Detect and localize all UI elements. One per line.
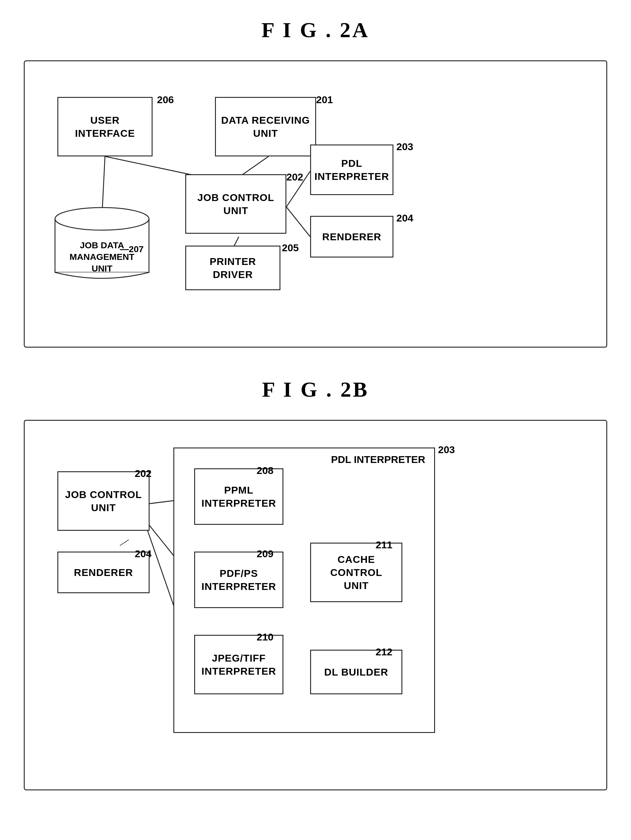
pdfps-interpreter-ref: 209	[257, 548, 274, 560]
fig2a-title: F I G . 2A	[24, 18, 607, 43]
data-receiving-box: DATA RECEIVING UNIT	[215, 97, 316, 156]
pdl-interpreter-outer-ref: 203	[438, 444, 455, 456]
ppml-interpreter-ref: 208	[257, 465, 274, 476]
renderer-ref-2b: 204	[135, 548, 151, 560]
pdfps-interpreter-box: PDF/PS INTERPRETER	[194, 551, 283, 608]
job-control-box-2b: JOB CONTROL UNIT	[57, 471, 150, 531]
fig2b-title: F I G . 2B	[24, 377, 607, 402]
renderer-ref: 204	[396, 212, 413, 224]
ppml-interpreter-box: PPML INTERPRETER	[194, 468, 283, 525]
jpegtiff-interpreter-ref: 210	[257, 631, 274, 643]
dl-builder-ref: 212	[375, 646, 393, 658]
printer-driver-ref: 205	[282, 242, 299, 254]
job-control-ref: 202	[286, 171, 303, 183]
user-interface-box: USER INTERFACE	[57, 97, 153, 156]
fig2b-container: PDL INTERPRETER 203 JOB CONTROL UNIT 202…	[49, 439, 582, 766]
fig2b-section: PDL INTERPRETER 203 JOB CONTROL UNIT 202…	[24, 420, 607, 790]
fig2a-section: USER INTERFACE 206 DATA RECEIVING UNIT 2…	[24, 60, 607, 347]
svg-line-2	[286, 207, 310, 237]
pdl-interpreter-box: PDL INTERPRETER	[310, 145, 393, 195]
renderer-box: RENDERER	[310, 216, 393, 257]
user-interface-ref: 206	[157, 94, 174, 106]
cache-control-box: CACHE CONTROL UNIT	[310, 543, 402, 602]
job-data-mgmt-ref: —207	[120, 244, 144, 254]
job-control-box: JOB CONTROL UNIT	[185, 174, 286, 234]
data-receiving-ref: 201	[316, 94, 333, 106]
printer-driver-box: PRINTER DRIVER	[185, 246, 281, 290]
svg-line-22	[120, 540, 129, 546]
job-control-ref-2b: 202	[135, 468, 151, 479]
fig2a-container: USER INTERFACE 206 DATA RECEIVING UNIT 2…	[49, 79, 582, 323]
cache-control-ref: 211	[375, 539, 393, 551]
pdl-interpreter-outer-label: PDL INTERPRETER	[331, 454, 425, 465]
pdl-interpreter-ref: 203	[396, 141, 413, 153]
jpegtiff-interpreter-box: JPEG/TIFF INTERPRETER	[194, 635, 283, 694]
svg-point-14	[55, 208, 149, 230]
